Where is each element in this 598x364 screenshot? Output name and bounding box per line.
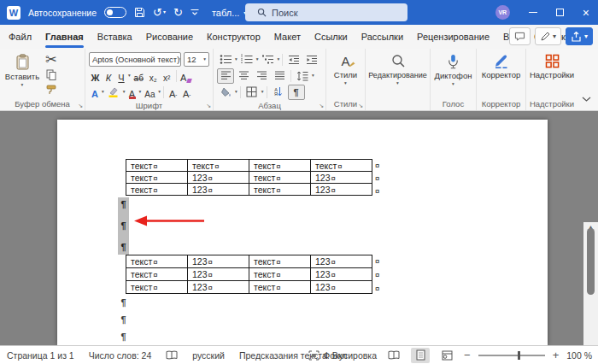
paragraph-dialog-launcher-icon[interactable]: ↘ <box>319 103 324 109</box>
grow-font-button[interactable]: Аˆ <box>167 85 179 100</box>
editing-mode-button[interactable]: ▾ <box>535 27 561 45</box>
tab-insert[interactable]: Вставка <box>91 25 139 49</box>
table-cell[interactable]: 123¤ <box>188 172 249 184</box>
autosave-toggle[interactable] <box>104 7 126 18</box>
decrease-indent-button[interactable] <box>285 52 302 68</box>
corrector-button[interactable]: Корректор <box>482 51 521 97</box>
copy-button[interactable] <box>43 67 60 82</box>
subscript-button[interactable]: x₂ <box>147 68 160 84</box>
table-cell[interactable]: текст¤ <box>126 268 188 281</box>
share-button[interactable]: ▾ <box>566 27 593 45</box>
tab-design[interactable]: Конструктор <box>200 25 267 49</box>
show-formatting-marks-button[interactable]: ¶ <box>288 85 305 100</box>
tab-review[interactable]: Рецензирование <box>410 25 496 49</box>
search-input[interactable]: Поиск <box>245 3 407 21</box>
tab-home[interactable]: Главная <box>38 25 91 49</box>
bold-button[interactable]: Ж <box>89 68 102 84</box>
editing-button[interactable]: Редактирование ▾ <box>368 51 427 97</box>
undo-button[interactable]: ↺▾ <box>153 7 166 18</box>
paragraph-marks[interactable]: ¶¶¶ <box>118 296 129 349</box>
print-layout-button[interactable] <box>411 348 430 363</box>
font-color-button[interactable]: А <box>126 85 138 100</box>
tab-references[interactable]: Ссылки <box>308 25 355 49</box>
table-cell[interactable]: текст¤ <box>249 268 311 281</box>
table-cell[interactable]: текст¤ <box>126 172 188 184</box>
table-cell[interactable]: 123¤ <box>311 172 372 184</box>
highlight-color-button[interactable] <box>105 85 122 100</box>
table-cell[interactable]: текст¤ <box>188 160 249 172</box>
table-cell[interactable]: 123¤ <box>311 281 372 294</box>
format-painter-button[interactable] <box>43 82 60 97</box>
clipboard-dialog-launcher-icon[interactable]: ↘ <box>78 103 83 109</box>
table-cell[interactable]: 123¤ <box>188 184 249 196</box>
table-cell[interactable]: текст¤ <box>126 160 188 172</box>
increase-indent-button[interactable] <box>303 52 320 68</box>
table-cell[interactable]: 123¤ <box>311 255 372 268</box>
read-mode-button[interactable] <box>384 348 403 363</box>
styles-dialog-launcher-icon[interactable]: ↘ <box>358 103 363 109</box>
tab-draw[interactable]: Рисование <box>139 25 200 49</box>
tab-mailings[interactable]: Рассылки <box>355 25 410 49</box>
table-cell[interactable]: текст¤ <box>126 255 188 268</box>
paste-button[interactable]: Вставить ▾ <box>2 51 43 97</box>
align-left-button[interactable] <box>217 68 234 84</box>
document-table-1[interactable]: текст¤текст¤текст¤текст¤текст¤123¤текст¤… <box>126 159 372 196</box>
shrink-font-button[interactable]: Аˇ <box>180 85 193 100</box>
borders-button[interactable] <box>243 85 261 100</box>
selected-paragraph-marks[interactable]: ¶¶¶ <box>118 197 129 255</box>
word-count[interactable]: Число слов: 24 <box>89 350 152 361</box>
zoom-in-button[interactable]: + <box>553 349 560 361</box>
table-cell[interactable]: текст¤ <box>249 184 311 196</box>
zoom-slider-thumb[interactable] <box>518 351 521 360</box>
minimize-button[interactable] <box>529 12 537 13</box>
numbered-list-button[interactable] <box>238 52 255 68</box>
save-icon[interactable] <box>134 7 145 18</box>
table-cell[interactable]: текст¤ <box>249 255 311 268</box>
align-center-button[interactable] <box>235 68 252 84</box>
justify-button[interactable] <box>271 68 288 84</box>
document-table-2[interactable]: текст¤123¤текст¤123¤текст¤123¤текст¤123¤… <box>126 255 372 294</box>
zoom-level[interactable]: 100 % <box>566 350 592 361</box>
redo-button[interactable]: ↻ <box>173 7 183 18</box>
close-button[interactable]: × <box>583 7 589 19</box>
page-indicator[interactable]: Страница 1 из 1 <box>7 350 74 361</box>
line-spacing-button[interactable] <box>294 68 311 84</box>
zoom-out-button[interactable]: − <box>464 349 471 361</box>
superscript-button[interactable]: x² <box>161 68 173 84</box>
language-indicator[interactable]: русский <box>192 350 225 361</box>
table-cell[interactable]: текст¤ <box>249 281 311 294</box>
table-cell[interactable]: текст¤ <box>126 281 188 294</box>
change-case-button[interactable]: Аа <box>142 85 157 100</box>
table-cell[interactable]: текст¤ <box>249 172 311 184</box>
focus-mode-button[interactable]: Фокусировка <box>308 350 377 361</box>
font-dialog-launcher-icon[interactable]: ↘ <box>206 103 211 109</box>
strikethrough-button[interactable]: аб <box>132 68 146 84</box>
avatar[interactable]: VR <box>495 5 510 20</box>
font-size-combobox[interactable]: 12▾ <box>184 52 209 67</box>
shading-button[interactable] <box>217 85 234 100</box>
collapse-ribbon-button[interactable] <box>582 90 591 105</box>
table-cell[interactable]: 123¤ <box>311 184 372 196</box>
table-cell[interactable]: текст¤ <box>311 160 372 172</box>
multilevel-list-button[interactable] <box>260 52 277 68</box>
table-cell[interactable]: 123¤ <box>311 268 372 281</box>
font-family-combobox[interactable]: Aptos (Основной текст)▾ <box>89 52 181 67</box>
clear-formatting-button[interactable]: А <box>179 68 193 84</box>
qat-customize-icon[interactable] <box>191 9 199 16</box>
proofing-book-icon[interactable] <box>166 350 178 360</box>
document-title[interactable]: табл...▾ <box>212 8 246 18</box>
tab-file[interactable]: Файл <box>2 25 38 49</box>
table-cell[interactable]: текст¤ <box>249 160 311 172</box>
comments-button[interactable] <box>509 27 531 45</box>
table-cell[interactable]: 123¤ <box>188 281 249 294</box>
sort-button[interactable]: АЯ <box>270 85 287 100</box>
tab-layout[interactable]: Макет <box>267 25 308 49</box>
styles-button[interactable]: А Стили ▾ <box>334 51 357 97</box>
table-cell[interactable]: текст¤ <box>126 184 188 196</box>
italic-button[interactable]: К <box>103 68 114 84</box>
web-layout-button[interactable] <box>437 348 456 363</box>
table-cell[interactable]: 123¤ <box>188 268 249 281</box>
align-right-button[interactable] <box>253 68 270 84</box>
zoom-slider[interactable] <box>478 355 545 356</box>
maximize-button[interactable] <box>556 9 564 16</box>
